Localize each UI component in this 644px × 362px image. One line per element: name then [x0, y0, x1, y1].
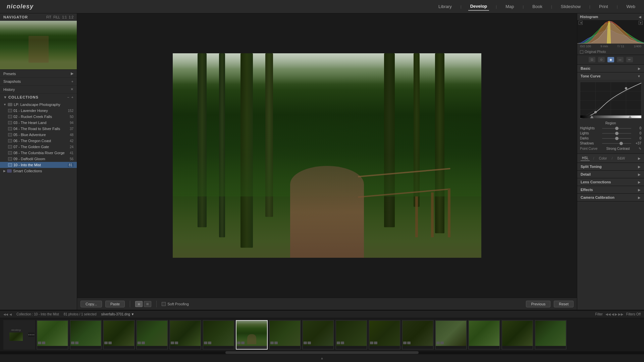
film-thumb-7[interactable] — [203, 320, 234, 350]
coll-07[interactable]: 07 - The Golden Gate 24 — [0, 144, 77, 150]
effects-header[interactable]: Effects ▶ — [577, 186, 644, 193]
shadows-slider[interactable] — [602, 143, 631, 144]
single-view-icon[interactable]: ▣ — [135, 301, 143, 307]
coll-10[interactable]: 10 - Into the Mist 81 — [0, 162, 77, 168]
adj-brush-icon[interactable]: ✏ — [626, 57, 633, 62]
shadows-thumb[interactable] — [620, 142, 623, 145]
film-thumb-8-selected[interactable] — [236, 320, 268, 350]
nav-ratio1[interactable]: 1:1 — [62, 15, 67, 19]
split-toning-header[interactable]: Split Toning ▶ — [577, 163, 644, 170]
bw-tab[interactable]: B&W — [616, 156, 626, 161]
nav-ratio2[interactable]: 1:2 — [69, 15, 73, 19]
crop-tool-icon[interactable]: ⊡ — [589, 57, 595, 62]
coll-02[interactable]: 02 - Rucket Creek Falls 50 — [0, 114, 77, 120]
color-tab[interactable]: Color — [598, 156, 608, 161]
collections-add-icon[interactable]: + — [71, 95, 73, 99]
coll-05[interactable]: 05 - Blue Adventure 48 — [0, 132, 77, 138]
film-thumb-14[interactable] — [435, 320, 467, 350]
bottom-nav: ▲ — [0, 354, 644, 362]
history-section[interactable]: History ✕ — [0, 85, 77, 94]
history-close-icon[interactable]: ✕ — [70, 87, 73, 92]
film-thumb-17[interactable] — [535, 320, 567, 350]
film-thumb-2[interactable] — [37, 320, 68, 350]
presets-section[interactable]: Presets ▶ — [0, 70, 77, 78]
navigator-thumbnail[interactable] — [0, 21, 77, 69]
highlights-slider[interactable] — [602, 128, 631, 129]
lights-thumb[interactable] — [615, 132, 619, 135]
coll-09[interactable]: 09 - Daffodil Gloom 56 — [0, 156, 77, 162]
paste-button[interactable]: Paste — [105, 301, 125, 307]
film-thumb-4[interactable] — [103, 320, 135, 350]
app-logo: nicolesy — [7, 3, 34, 10]
split-toning-label: Split Toning — [581, 165, 602, 169]
nav-first-icon[interactable]: ◀◀ — [3, 313, 8, 316]
grad-filter-icon[interactable]: ▭ — [617, 57, 624, 62]
film-thumb-15[interactable] — [468, 320, 500, 350]
filmstrip-scrollbar[interactable] — [0, 351, 644, 354]
highlights-thumb[interactable] — [615, 127, 619, 130]
soft-proof-checkbox[interactable] — [162, 302, 166, 306]
detail-header[interactable]: Detail ▶ — [577, 171, 644, 178]
point-curve-edit-icon[interactable]: ✎ — [639, 147, 641, 150]
highlight-clipping-icon[interactable]: ▶ — [639, 21, 643, 25]
nav-fill[interactable]: FILL — [53, 15, 60, 19]
film-thumb-9[interactable] — [269, 320, 301, 350]
nav-print[interactable]: Print — [597, 3, 610, 10]
navigator-header[interactable]: Navigator FIT FILL 1:1 1:2 — [0, 13, 77, 21]
snapshots-add-icon[interactable]: + — [71, 79, 73, 83]
film-thumb-3[interactable] — [70, 320, 102, 350]
hsl-header[interactable]: HSL / Color / B&W ▶ — [577, 154, 644, 163]
snapshots-section[interactable]: Snapshots + — [0, 78, 77, 85]
lights-slider[interactable] — [602, 133, 631, 134]
film-thumb-13[interactable] — [402, 320, 434, 350]
reset-button[interactable]: Reset — [554, 301, 574, 307]
nav-slideshow[interactable]: Slideshow — [559, 3, 583, 10]
histogram-header[interactable]: Histogram ◀ — [577, 13, 644, 20]
coll-06[interactable]: 06 - The Oregon Coast 42 — [0, 138, 77, 144]
spot-removal-icon[interactable]: ⊙ — [598, 57, 605, 62]
filter-icon-1[interactable]: ◀◀ — [605, 312, 611, 316]
coll-04[interactable]: 04 - The Road to Silver Falls 37 — [0, 126, 77, 132]
darks-slider[interactable] — [602, 138, 631, 139]
lights-label: Lights — [580, 131, 600, 135]
bottom-nav-arrow[interactable]: ▲ — [320, 356, 324, 360]
film-thumb-11[interactable] — [335, 320, 367, 350]
filter-icon-3[interactable]: ▶ — [615, 312, 618, 316]
collections-header[interactable]: ▼ Collections − + — [0, 94, 77, 101]
previous-button[interactable]: Previous — [526, 301, 550, 307]
film-thumb-5[interactable] — [136, 320, 168, 350]
nav-develop[interactable]: Develop — [468, 2, 489, 11]
nav-prev-icon[interactable]: ◀ — [9, 313, 12, 316]
collection-lp-set[interactable]: ▼ LP: Landscape Photography — [0, 102, 77, 108]
filter-icon-4[interactable]: ▶▶ — [618, 312, 624, 316]
original-photo-checkbox[interactable] — [580, 50, 583, 54]
coll-03[interactable]: 03 - The Heart Land 94 — [0, 120, 77, 126]
photo-view[interactable] — [77, 13, 577, 298]
copy-button[interactable]: Copy... — [80, 301, 102, 307]
nav-library[interactable]: Library — [436, 3, 454, 10]
film-thumb-12[interactable] — [369, 320, 400, 350]
film-thumb-10[interactable] — [302, 320, 334, 350]
hsl-tab[interactable]: HSL — [581, 156, 590, 161]
grid-view-icon[interactable]: ⊞ — [144, 301, 151, 307]
coll-01[interactable]: 01 - Lavender Honey 152 — [0, 108, 77, 114]
nav-web[interactable]: Web — [625, 3, 638, 10]
basic-header[interactable]: Basic ▶ — [577, 65, 644, 72]
tone-curve-header[interactable]: Tone Curve ▼ — [577, 72, 644, 80]
shadow-clipping-icon[interactable]: ◀ — [579, 21, 583, 25]
camera-calibration-header[interactable]: Camera Calibration ▶ — [577, 194, 644, 201]
nav-fit[interactable]: FIT — [46, 15, 51, 19]
film-thumb-6[interactable] — [169, 320, 201, 350]
collections-minus-icon[interactable]: − — [67, 95, 69, 99]
filter-icon-2[interactable]: ◀ — [611, 312, 614, 316]
nav-book[interactable]: Book — [530, 3, 544, 10]
lens-corrections-header[interactable]: Lens Corrections ▶ — [577, 178, 644, 186]
red-eye-icon[interactable]: ◉ — [607, 57, 614, 62]
nav-map[interactable]: Map — [503, 3, 516, 10]
film-thumb-16[interactable] — [501, 320, 533, 350]
tone-curve-graph[interactable] — [580, 82, 642, 119]
smart-collections[interactable]: ▶ Smart Collections — [0, 168, 77, 174]
darks-thumb[interactable] — [615, 137, 619, 140]
coll-08[interactable]: 08 - The Columbia River Gorge 41 — [0, 150, 77, 156]
film-thumb-1[interactable]: nicolesy ●●●● — [3, 320, 35, 350]
